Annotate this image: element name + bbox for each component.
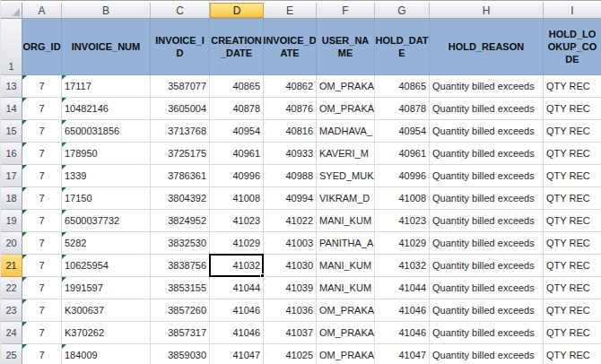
cell-C22[interactable]: 3853155 [151,277,210,299]
field-header-F[interactable]: USER_NA ME [317,19,375,75]
cell-B23[interactable]: K300637 [62,299,151,322]
column-header-A[interactable]: A [22,3,62,18]
row-header-13[interactable]: 13 [1,75,22,98]
cell-D25[interactable]: 41047 [210,344,264,364]
cell-G14[interactable]: 40878 [375,98,430,120]
cell-I18[interactable]: QTY REC [544,187,601,210]
cell-H20[interactable]: Quantity billed exceeds [430,232,544,255]
cell-I19[interactable]: QTY REC [544,210,601,232]
cell-A25[interactable]: 7 [22,344,62,364]
cell-C25[interactable]: 3859030 [151,344,210,364]
row-header-15[interactable]: 15 [1,120,22,143]
cell-E25[interactable]: 41025 [264,344,317,364]
cell-A19[interactable]: 7 [22,210,62,232]
field-header-I[interactable]: HOLD_LO OKUP_CO DE [544,19,601,75]
cell-C13[interactable]: 3587077 [151,75,210,98]
cell-E15[interactable]: 40816 [264,120,317,143]
cell-F21[interactable]: MANI_KUM [317,255,375,277]
cell-G24[interactable]: 41046 [375,322,430,344]
row-header-20[interactable]: 20 [1,232,22,255]
cell-H19[interactable]: Quantity billed exceeds [430,210,544,232]
cell-I21[interactable]: QTY REC [544,255,601,277]
cell-D18[interactable]: 41008 [210,187,264,210]
field-header-G[interactable]: HOLD_DAT E [375,19,430,75]
cell-D19[interactable]: 41023 [210,210,264,232]
cell-C16[interactable]: 3725175 [151,143,210,165]
cell-G22[interactable]: 41044 [375,277,430,299]
cell-A17[interactable]: 7 [22,165,62,187]
cell-D16[interactable]: 40961 [210,143,264,165]
row-header-23[interactable]: 23 [1,299,22,322]
column-header-H[interactable]: H [430,3,544,18]
cell-G23[interactable]: 41046 [375,299,430,322]
cell-E23[interactable]: 41036 [264,299,317,322]
cell-F17[interactable]: SYED_MUKA [317,165,375,187]
cell-A21[interactable]: 7 [22,255,62,277]
cell-G18[interactable]: 41008 [375,187,430,210]
cell-F16[interactable]: KAVERI_M [317,143,375,165]
cell-A23[interactable]: 7 [22,299,62,322]
cell-G21[interactable]: 41032 [375,255,430,277]
row-header-18[interactable]: 18 [1,187,22,210]
cell-D20[interactable]: 41029 [210,232,264,255]
cell-H25[interactable]: Quantity billed exceeds [430,344,544,364]
cell-I20[interactable]: QTY REC [544,232,601,255]
row-header-17[interactable]: 17 [1,165,22,187]
cell-C20[interactable]: 3832530 [151,232,210,255]
select-all-button[interactable] [1,3,22,18]
cell-G17[interactable]: 40996 [375,165,430,187]
cell-D13[interactable]: 40865 [210,75,264,98]
cell-H13[interactable]: Quantity billed exceeds [430,75,544,98]
cell-B15[interactable]: 6500031856 [62,120,151,143]
cell-H15[interactable]: Quantity billed exceeds [430,120,544,143]
cell-F14[interactable]: OM_PRAKA [317,98,375,120]
cell-E22[interactable]: 41039 [264,277,317,299]
field-header-E[interactable]: INVOICE_D ATE [264,19,317,75]
cell-I23[interactable]: QTY REC [544,299,601,322]
cell-E19[interactable]: 41022 [264,210,317,232]
cell-I22[interactable]: QTY REC [544,277,601,299]
field-header-H[interactable]: HOLD_REASON [430,19,544,75]
cell-B19[interactable]: 6500037732 [62,210,151,232]
cell-A14[interactable]: 7 [22,98,62,120]
cell-C17[interactable]: 3786361 [151,165,210,187]
cell-E14[interactable]: 40876 [264,98,317,120]
cell-G25[interactable]: 41047 [375,344,430,364]
cell-C14[interactable]: 3605004 [151,98,210,120]
row-header-19[interactable]: 19 [1,210,22,232]
cell-C24[interactable]: 3857317 [151,322,210,344]
cell-B21[interactable]: 10625954 [62,255,151,277]
cell-A22[interactable]: 7 [22,277,62,299]
cell-D21[interactable]: 41032 [210,255,264,277]
cell-F24[interactable]: OM_PRAKA [317,322,375,344]
cell-E24[interactable]: 41037 [264,322,317,344]
cell-C15[interactable]: 3713768 [151,120,210,143]
field-header-D[interactable]: CREATION _DATE [210,19,264,75]
cell-E18[interactable]: 40994 [264,187,317,210]
cell-A13[interactable]: 7 [22,75,62,98]
row-header-1[interactable]: 1 [1,19,22,75]
cell-H18[interactable]: Quantity billed exceeds [430,187,544,210]
cell-B14[interactable]: 10482146 [62,98,151,120]
column-header-I[interactable]: I [544,3,601,18]
field-header-C[interactable]: INVOICE_I D [151,19,210,75]
cell-I24[interactable]: QTY REC [544,322,601,344]
cell-C19[interactable]: 3824952 [151,210,210,232]
cell-B20[interactable]: 5282 [62,232,151,255]
row-header-22[interactable]: 22 [1,277,22,299]
cell-B24[interactable]: K370262 [62,322,151,344]
cell-G20[interactable]: 41029 [375,232,430,255]
cell-D22[interactable]: 41044 [210,277,264,299]
cell-E16[interactable]: 40933 [264,143,317,165]
cell-H23[interactable]: Quantity billed exceeds [430,299,544,322]
cell-H21[interactable]: Quantity billed exceeds [430,255,544,277]
cell-G15[interactable]: 40954 [375,120,430,143]
cell-B25[interactable]: 184009 [62,344,151,364]
column-header-D[interactable]: D [210,3,264,18]
fill-handle[interactable] [260,273,265,278]
cell-H14[interactable]: Quantity billed exceeds [430,98,544,120]
cell-A15[interactable]: 7 [22,120,62,143]
cell-B22[interactable]: 1991597 [62,277,151,299]
cell-F23[interactable]: OM_PRAKA [317,299,375,322]
cell-D15[interactable]: 40954 [210,120,264,143]
